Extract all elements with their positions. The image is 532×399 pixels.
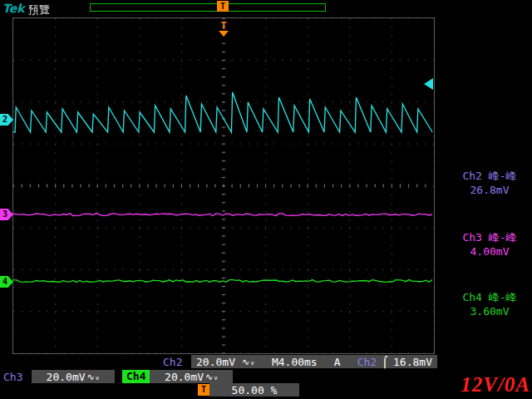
ch2-scale: 20.0mV: [196, 356, 235, 368]
svg-text:T: T: [220, 20, 226, 32]
psu-load-overlay: 12V/0A: [461, 373, 530, 397]
ch4-scale: 20.0mV: [165, 371, 204, 383]
ch4-ground-marker-icon: 4: [0, 276, 13, 288]
ch2-coupling-icon: ∿ᵥ: [242, 357, 255, 367]
trigger-slope-icon: ⌠: [382, 356, 388, 368]
record-view-bar: [90, 3, 326, 12]
ch3-scale-band: 20.0mV∿ᵥ: [32, 370, 115, 383]
ch3-coupling-icon: ∿ᵥ: [87, 372, 101, 382]
tek-logo: Tek: [2, 2, 25, 15]
ch4-coupling-icon: ∿ᵥ: [205, 372, 219, 382]
trigger-level: 16.8mV: [393, 356, 432, 368]
trigger-position-chip-icon: T: [217, 1, 229, 12]
timebase: M4.00ms: [272, 356, 318, 368]
ch2-readout-label: Ch2: [163, 356, 188, 368]
scope-traces-svg: T: [13, 18, 434, 353]
ch4-scale-band: 20.0mV∿ᵥ: [150, 370, 233, 383]
measurement-ch4-pkpk: Ch4 峰-峰 3.60mV: [449, 290, 530, 318]
acquisition-flag: A: [334, 356, 341, 368]
ch4-readout-label-selected: Ch4: [122, 370, 150, 383]
trigger-position-value: 50.00 %: [232, 384, 278, 397]
readout-row-ch3-ch4: Ch3 20.0mV∿ᵥ Ch4 20.0mV∿ᵥ: [3, 370, 233, 383]
measurement-label: Ch3 峰-峰: [449, 230, 530, 244]
measurement-ch3-pkpk: Ch3 峰-峰 4.00mV: [449, 230, 530, 259]
trigger-t-chip-icon: T: [198, 384, 209, 396]
ch2-ground-marker-icon: 2: [0, 114, 13, 126]
measurement-label: Ch4 峰-峰: [449, 290, 530, 304]
trigger-source: Ch2: [357, 356, 377, 368]
measurement-value: 4.00mV: [449, 244, 530, 259]
ch3-ground-marker-icon: 3: [0, 209, 13, 220]
ch3-readout-label: Ch3: [3, 371, 28, 383]
measurement-value: 26.8mV: [449, 183, 530, 197]
graticule: T: [12, 17, 435, 354]
measurement-label: Ch2 峰-峰: [449, 169, 530, 183]
acquisition-mode-label: 預覽: [28, 2, 50, 17]
readout-row-main: Ch2 20.0mV∿ᵥ M4.00ms A Ch2 ⌠ 16.8mV: [163, 355, 437, 368]
ch2-scale-group: 20.0mV∿ᵥ: [196, 356, 255, 368]
measurement-value: 3.60mV: [449, 304, 530, 318]
measurement-ch2-pkpk: Ch2 峰-峰 26.8mV: [449, 169, 530, 197]
ch3-scale: 20.0mV: [47, 371, 86, 383]
trigger-position-band: 50.00 %: [209, 383, 299, 397]
readout-row-trigger-position: T 50.00 %: [198, 383, 299, 397]
readout-band-main: 20.0mV∿ᵥ M4.00ms A Ch2 ⌠ 16.8mV: [191, 355, 437, 368]
trigger-readout-group: Ch2 ⌠ 16.8mV: [357, 356, 432, 368]
